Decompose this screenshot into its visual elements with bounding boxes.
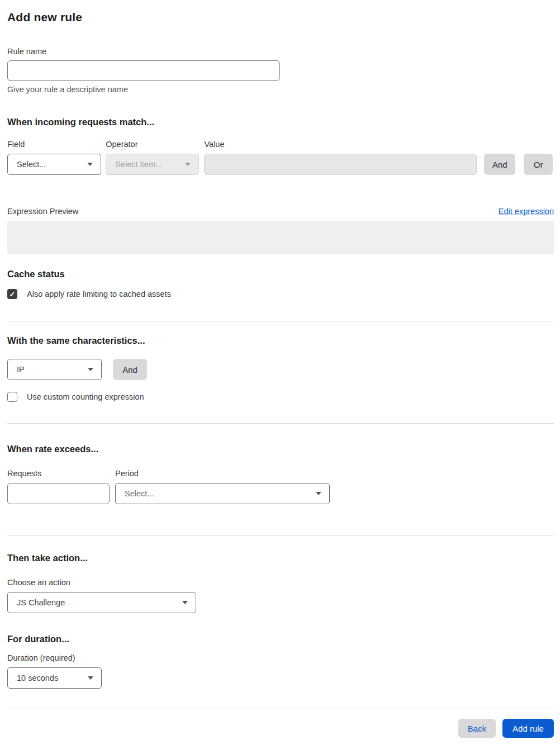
checkmark-icon: ✓ xyxy=(10,290,16,297)
chevron-down-icon xyxy=(182,601,188,604)
match-builder-row: Field Select... Operator Select item... … xyxy=(7,140,553,175)
value-label: Value xyxy=(204,140,477,149)
field-select[interactable]: Select... xyxy=(7,154,101,175)
action-select-value: JS Challenge xyxy=(17,598,65,607)
operator-select: Select item... xyxy=(106,154,199,175)
cache-status-heading: Cache status xyxy=(7,269,553,279)
field-select-value: Select... xyxy=(17,160,46,169)
chevron-down-icon xyxy=(87,163,93,166)
footer-actions: Back Add rule xyxy=(7,719,554,738)
requests-label: Requests xyxy=(7,469,110,478)
action-label: Choose an action xyxy=(7,578,553,587)
characteristics-select-value: IP xyxy=(17,365,25,374)
characteristics-select[interactable]: IP xyxy=(7,359,102,380)
chevron-down-icon xyxy=(88,676,93,680)
operator-label: Operator xyxy=(106,140,199,149)
chevron-down-icon xyxy=(88,368,93,371)
cache-checkbox-row: ✓ Also apply rate limiting to cached ass… xyxy=(7,289,553,299)
expression-preview-label: Expression Preview xyxy=(7,207,78,216)
action-heading: Then take action... xyxy=(7,553,553,563)
duration-select-value: 10 seconds xyxy=(17,674,58,682)
cached-assets-checkbox[interactable]: ✓ xyxy=(7,289,17,299)
period-label: Period xyxy=(115,469,330,478)
cache-checkbox-label: Also apply rate limiting to cached asset… xyxy=(27,290,171,298)
page-title: Add new rule xyxy=(7,11,553,24)
rule-name-label: Rule name xyxy=(7,47,553,56)
expression-preview-box xyxy=(7,221,554,254)
counting-expression-row: Use custom counting expression xyxy=(7,392,553,402)
action-select[interactable]: JS Challenge xyxy=(7,592,196,613)
add-rule-button[interactable]: Add rule xyxy=(502,719,554,738)
chevron-down-icon xyxy=(185,163,191,166)
requests-input[interactable] xyxy=(7,483,110,504)
divider xyxy=(7,708,554,708)
custom-counting-checkbox[interactable] xyxy=(7,392,17,402)
match-section-heading: When incoming requests match... xyxy=(7,117,553,127)
counting-checkbox-label: Use custom counting expression xyxy=(27,392,144,401)
duration-heading: For duration... xyxy=(7,634,553,644)
value-input xyxy=(204,154,477,175)
chevron-down-icon xyxy=(316,492,321,495)
rule-name-input[interactable] xyxy=(7,60,280,81)
period-select-value: Select... xyxy=(125,489,154,498)
duration-label: Duration (required) xyxy=(7,653,553,662)
divider xyxy=(7,535,554,535)
operator-select-value: Select item... xyxy=(115,160,162,169)
duration-select[interactable]: 10 seconds xyxy=(7,667,102,689)
rate-heading: When rate exceeds... xyxy=(7,444,553,454)
add-rule-form: Add new rule Rule name Give your rule a … xyxy=(0,11,560,738)
back-button[interactable]: Back xyxy=(458,719,496,738)
period-select[interactable]: Select... xyxy=(115,483,330,504)
edit-expression-link[interactable]: Edit expression xyxy=(499,207,554,216)
field-label: Field xyxy=(7,140,101,149)
and-button[interactable]: And xyxy=(484,154,515,175)
characteristics-and-button[interactable]: And xyxy=(113,359,147,380)
rule-name-helper: Give your rule a descriptive name xyxy=(7,85,553,94)
or-button[interactable]: Or xyxy=(524,154,553,175)
characteristics-heading: With the same characteristics... xyxy=(7,335,553,346)
divider xyxy=(7,321,554,321)
divider xyxy=(7,423,554,424)
